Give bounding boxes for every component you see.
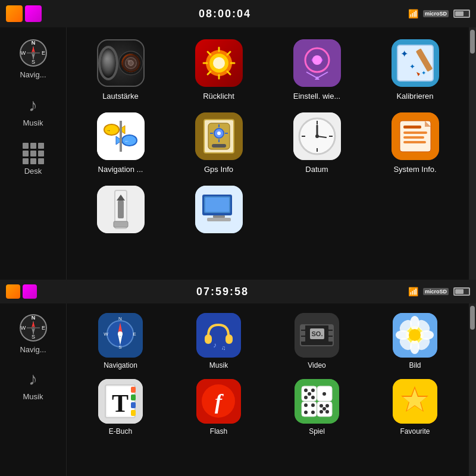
svg-point-141 <box>304 389 308 392</box>
bottom-favourite-icon <box>393 379 437 424</box>
svg-rect-72 <box>403 141 426 143</box>
svg-text:N: N <box>118 316 122 321</box>
svg-rect-71 <box>403 136 424 139</box>
signal-icon: 📶 <box>408 9 418 18</box>
bottom-musik-label: Musik <box>209 361 228 369</box>
pink-app-icon[interactable] <box>25 5 42 22</box>
svg-rect-135 <box>131 410 136 416</box>
bottom-musik-icon: ♪ ♫ <box>196 313 241 358</box>
svg-rect-109 <box>300 325 305 330</box>
app-usb[interactable] <box>71 180 170 244</box>
top-clock: 08:00:04 <box>199 8 251 20</box>
bottom-app-favourite[interactable]: Favourite <box>366 374 464 440</box>
app-datum[interactable]: Datum <box>268 107 366 180</box>
svg-point-157 <box>325 410 329 414</box>
compass-icon: N S W E <box>18 38 48 68</box>
top-scrollbar[interactable] <box>469 27 476 280</box>
bottom-pink-icon[interactable] <box>23 284 37 299</box>
top-sidebar: N S W E Navig... ♪ Musik <box>0 27 67 280</box>
bottom-sidebar-musik[interactable]: ♪ Musik <box>0 364 66 406</box>
svg-text:S: S <box>31 334 35 340</box>
svg-point-150 <box>311 403 315 407</box>
svg-rect-103 <box>205 334 212 344</box>
bottom-video-icon: SO. <box>295 313 339 358</box>
bottom-signal-icon: 📶 <box>408 287 418 296</box>
bottom-app-navigation[interactable]: N S W E Navigation <box>71 308 170 374</box>
bottom-app-bild[interactable]: Bild <box>366 308 464 374</box>
bottom-compass-icon: N S W E <box>18 313 48 343</box>
bottom-scrollbar-thumb[interactable] <box>470 306 475 330</box>
bottom-nav-label: Navigation <box>104 361 137 369</box>
svg-point-152 <box>311 411 315 414</box>
datum-icon <box>293 112 341 160</box>
bottom-spiel-icon <box>295 379 339 424</box>
einstell-label: Einstell. wie... <box>293 92 340 101</box>
sidebar-item-musik[interactable]: ♪ Musik <box>0 90 66 132</box>
svg-line-24 <box>208 52 211 55</box>
svg-point-147 <box>322 392 326 396</box>
bottom-app-video[interactable]: SO. Video <box>268 308 366 374</box>
app-gps[interactable]: Gps Info <box>170 107 268 180</box>
svg-text:N: N <box>31 315 35 321</box>
app-kalibrieren[interactable]: ✦ ✦ ✦ Kalibrieren <box>366 33 464 107</box>
usb-icon <box>97 186 145 233</box>
bottom-app-flash[interactable]: f Flash <box>170 374 268 440</box>
app-einstell[interactable]: Einstell. wie... <box>268 33 366 107</box>
bottom-ebuch-icon: T <box>98 379 143 424</box>
svg-text:SO.: SO. <box>312 330 323 337</box>
sidebar-desk-label: Desk <box>24 167 42 176</box>
bottom-music-icon: ♪ <box>23 368 44 390</box>
svg-text:N: N <box>31 40 35 46</box>
svg-text:T: T <box>112 390 129 417</box>
svg-rect-82 <box>213 215 225 218</box>
svg-rect-70 <box>403 131 427 134</box>
bottom-sidebar: N S W E Navig... ♪ Musik <box>0 303 67 476</box>
bottom-status-right: 📶 microSD <box>408 287 470 296</box>
lautstarke-icon <box>97 39 145 87</box>
svg-rect-148 <box>302 402 317 416</box>
top-app-grid: Lautstärke <box>67 27 469 280</box>
svg-point-51 <box>217 131 221 135</box>
einstell-icon <box>293 39 341 87</box>
bottom-panel: 07:59:58 📶 microSD N S W E <box>0 280 476 476</box>
svg-text:S: S <box>118 345 121 350</box>
svg-line-26 <box>227 52 230 55</box>
svg-text:←: ← <box>124 139 129 144</box>
svg-point-66 <box>315 134 319 138</box>
svg-rect-75 <box>118 201 124 218</box>
top-scrollbar-thumb[interactable] <box>470 30 475 54</box>
top-statusbar: 08:00:04 📶 microSD <box>0 0 476 27</box>
bottom-app-ebuch[interactable]: T E-Buch <box>71 374 170 440</box>
bottom-sidebar-musik-label: Musik <box>23 392 43 401</box>
sidebar-item-navig[interactable]: N S W E Navig... <box>0 33 66 84</box>
music-note-icon: ♪ <box>23 95 44 116</box>
navigation-label: Navigation ... <box>98 165 143 174</box>
svg-rect-83 <box>207 218 231 221</box>
svg-point-30 <box>312 55 322 65</box>
bottom-scrollbar[interactable] <box>469 303 476 476</box>
bottom-app-spiel[interactable]: Spiel <box>268 374 366 440</box>
bottom-app-musik[interactable]: ♪ ♫ Musik <box>170 308 268 374</box>
lautstarke-label: Lautstärke <box>102 92 139 101</box>
bottom-orange-icon[interactable] <box>6 284 20 299</box>
kalibrieren-label: Kalibrieren <box>396 92 433 101</box>
svg-text:→: → <box>106 128 111 133</box>
app-computer[interactable] <box>170 180 268 244</box>
svg-rect-102 <box>196 313 241 358</box>
app-navigation[interactable]: → ← Navigation ... <box>71 107 170 180</box>
app-sysinfo[interactable]: System Info. <box>366 107 464 180</box>
bottom-sd-badge: microSD <box>423 288 449 295</box>
sidebar-item-desk[interactable]: Desk <box>0 138 66 180</box>
bottom-sidebar-navig[interactable]: N S W E Navig... <box>0 308 66 359</box>
app-lautstarke[interactable]: Lautstärke <box>71 33 170 107</box>
kalibrieren-icon: ✦ ✦ ✦ <box>392 39 439 87</box>
top-panel: 08:00:04 📶 microSD N S W E <box>0 0 476 280</box>
orange-app-icon[interactable] <box>6 5 23 22</box>
bottom-content: N S W E Navig... ♪ Musik <box>0 303 476 476</box>
app-rucklicht[interactable]: Rücklicht <box>170 33 268 107</box>
statusbar-left-icons <box>6 5 42 22</box>
svg-rect-134 <box>131 402 136 408</box>
svg-rect-44 <box>120 121 122 152</box>
bottom-statusbar: 07:59:58 📶 microSD <box>0 280 476 303</box>
svg-point-143 <box>308 392 311 396</box>
